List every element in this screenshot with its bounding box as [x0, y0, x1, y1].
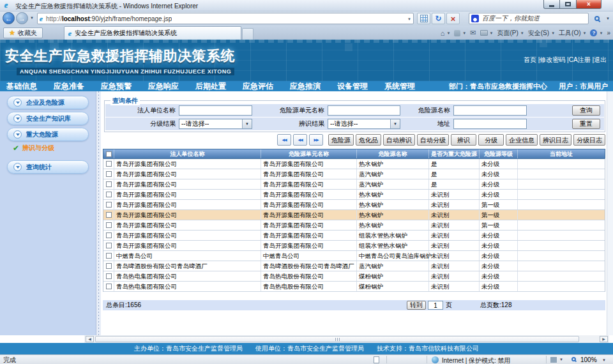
pane-splitter[interactable] — [96, 91, 101, 335]
toolbar-button-7[interactable]: 企业信息 — [506, 134, 538, 146]
scroll-thumb[interactable] — [95, 336, 579, 342]
header-link-3[interactable]: CA注册 — [569, 56, 591, 63]
toolbar-button-4[interactable]: 自动分级 — [417, 134, 449, 146]
row-checkbox[interactable] — [106, 181, 112, 187]
table-row-1[interactable]: 青岛开源集团有限公司青岛开源集团有限公司热水锅炉是未分级 — [103, 159, 605, 169]
nav-item-7[interactable]: 应急推演 — [290, 81, 321, 92]
new-tab-button[interactable] — [242, 28, 254, 40]
nav-item-9[interactable]: 系统管理 — [384, 81, 415, 92]
grade-result-select[interactable]: --请选择--▼ — [179, 119, 252, 129]
toolbar-button-2[interactable]: 危化品 — [356, 134, 381, 146]
row-checkbox[interactable] — [106, 202, 112, 208]
goto-page-button[interactable]: 转到 — [407, 301, 426, 310]
table-row-8[interactable]: 青岛开源集团有限公司青岛开源集团有限公司组装水管热水锅炉未识别未分级 — [103, 231, 605, 241]
browser-tab[interactable]: e 安全生产应急救援指挥辅助决策系统 — [64, 26, 241, 40]
address-input[interactable] — [453, 119, 527, 129]
row-checkbox[interactable] — [106, 263, 112, 269]
table-row-7[interactable]: 青岛开源集团有限公司青岛开源集团有限公司热水锅炉未识别第一级 — [103, 220, 605, 231]
more-icon[interactable]: » — [607, 29, 610, 36]
select-all-checkbox[interactable] — [106, 151, 112, 157]
mode-dropdown-icon[interactable]: ▼ — [559, 358, 563, 361]
nav-item-5[interactable]: 后期处置 — [195, 81, 226, 92]
refresh-button[interactable]: ↻ — [432, 13, 445, 24]
url-field[interactable]: e http://localhost:90/yjzh/frame/homepag… — [37, 13, 414, 24]
table-row-10[interactable]: 中燃青岛公司中燃青岛公司中燃青岛公司黄岛油库锅炉未识别未分级 — [103, 251, 605, 261]
menu-safety[interactable]: 安全(S) — [528, 29, 549, 38]
first-page-button[interactable]: ◀◀ — [277, 134, 291, 146]
row-checkbox[interactable] — [106, 243, 112, 248]
reset-button[interactable]: 重置 — [572, 119, 600, 129]
sidebar-button-stats[interactable]: 查询统计 — [7, 160, 89, 174]
header-link-2[interactable]: 修改密码 — [540, 56, 565, 63]
table-row-9[interactable]: 青岛开源集团有限公司青岛开源集团有限公司组装水管热水锅炉未识别未分级 — [103, 241, 605, 251]
stop-button[interactable]: × — [446, 13, 460, 24]
forward-button[interactable]: → — [16, 12, 28, 24]
sidebar-button-2[interactable]: 安全生产知识库 — [7, 112, 89, 125]
row-checkbox[interactable] — [106, 232, 112, 238]
home-icon[interactable]: ⌂ — [441, 29, 445, 37]
row-checkbox[interactable] — [106, 192, 112, 197]
search-box[interactable]: 百度一下，你就知道 — [469, 13, 589, 24]
nav-item-1[interactable]: 基础信息 — [6, 81, 37, 92]
row-checkbox[interactable] — [106, 273, 112, 279]
hazard-name-input[interactable] — [453, 105, 527, 116]
row-checkbox[interactable] — [106, 171, 112, 177]
sidebar-button-1[interactable]: 企业及危险源 — [7, 96, 89, 109]
identify-result-select[interactable]: --请选择--▼ — [328, 119, 400, 129]
history-dropdown-icon[interactable]: ▼ — [30, 16, 34, 20]
prev-page-button[interactable]: ◀◀ — [293, 134, 307, 146]
table-row-12[interactable]: 青岛热电集团有限公司青岛热电股份有限公司煤粉锅炉未识别未分级 — [103, 271, 605, 282]
table-row-13[interactable]: 青岛热电集团有限公司青岛热电股份有限公司煤粉锅炉未识别未分级 — [103, 282, 605, 292]
table-row-5[interactable]: 青岛开源集团有限公司青岛开源集团有限公司热水锅炉未识别第一级 — [103, 200, 605, 210]
vertical-scrollbar[interactable] — [607, 91, 613, 335]
nav-item-8[interactable]: 设备管理 — [337, 81, 368, 92]
toolbar-button-3[interactable]: 自动辨识 — [383, 134, 415, 146]
sidebar-item-active[interactable]: ✔ 辨识与分级 — [13, 144, 96, 152]
toolbar-button-6[interactable]: 分级 — [478, 134, 504, 146]
nav-item-3[interactable]: 应急预警 — [101, 81, 132, 92]
row-checkbox[interactable] — [106, 222, 112, 228]
table-row-3[interactable]: 青岛开源集团有限公司青岛开源集团有限公司蒸汽锅炉是未分级 — [103, 179, 605, 190]
nav-item-4[interactable]: 应急响应 — [148, 81, 179, 92]
corp-name-input[interactable] — [179, 105, 252, 116]
compatibility-view-button[interactable] — [417, 13, 430, 24]
sidebar-button-3[interactable]: 重大危险源 — [7, 128, 89, 141]
scroll-right-arrow[interactable]: ▶ — [600, 336, 608, 342]
url-dropdown-icon[interactable]: ▼ — [407, 17, 411, 21]
maximize-button[interactable] — [560, 0, 576, 9]
toolbar-button-5[interactable]: 辨识 — [451, 134, 476, 146]
page-number-input[interactable] — [428, 301, 443, 310]
header-link-4[interactable]: 退出 — [594, 56, 607, 63]
header-link-1[interactable]: 首页 — [524, 56, 536, 63]
nav-item-2[interactable]: 应急准备 — [54, 81, 84, 92]
help-icon[interactable]: ? — [590, 29, 597, 36]
table-row-6[interactable]: 青岛开源集团有限公司青岛开源集团有限公司热水锅炉未识别第一级 — [103, 210, 605, 220]
table-row-2[interactable]: 青岛开源集团有限公司青岛开源集团有限公司蒸汽锅炉是未分级 — [103, 169, 605, 179]
toolbar-button-1[interactable]: 危险源 — [328, 134, 354, 146]
menu-tools[interactable]: 工具(O) — [559, 29, 580, 38]
row-checkbox[interactable] — [106, 284, 112, 289]
row-checkbox[interactable] — [106, 161, 112, 167]
zoom-dropdown-icon[interactable]: ▼ — [602, 358, 606, 362]
menu-page[interactable]: 页面(P) — [497, 29, 518, 38]
search-icon[interactable] — [594, 16, 600, 21]
toolbar-button-8[interactable]: 辨识日志 — [540, 134, 571, 146]
scroll-left-arrow[interactable]: ◀ — [86, 336, 94, 342]
favorites-button[interactable]: ★ 收藏夹 — [3, 27, 43, 38]
toolbar-button-9[interactable]: 分级日志 — [573, 134, 605, 146]
row-checkbox[interactable] — [106, 253, 112, 259]
horizontal-scrollbar[interactable]: ◀ ▶ — [0, 335, 613, 343]
table-row-4[interactable]: 青岛开源集团有限公司青岛开源集团有限公司热水锅炉未识别未分级 — [103, 190, 605, 200]
back-button[interactable]: ← — [3, 12, 15, 24]
search-button[interactable]: 查询 — [572, 105, 600, 116]
next-page-button[interactable]: ▶▶ — [309, 134, 323, 146]
nav-item-6[interactable]: 应急评估 — [243, 81, 273, 92]
unit-name-input[interactable] — [328, 105, 400, 116]
search-dropdown-icon[interactable]: ▼ — [606, 17, 610, 20]
table-row-11[interactable]: 青岛啤酒股份有限公司青岛啤酒厂青岛啤酒股份有限公司青岛啤酒厂蒸汽锅炉未识别未分级 — [103, 261, 605, 271]
mail-icon[interactable]: ✉ — [470, 29, 476, 37]
print-icon[interactable] — [480, 30, 488, 36]
row-checkbox[interactable] — [106, 212, 112, 218]
page-mode-icon[interactable] — [550, 357, 557, 363]
close-button[interactable]: × — [576, 0, 602, 9]
